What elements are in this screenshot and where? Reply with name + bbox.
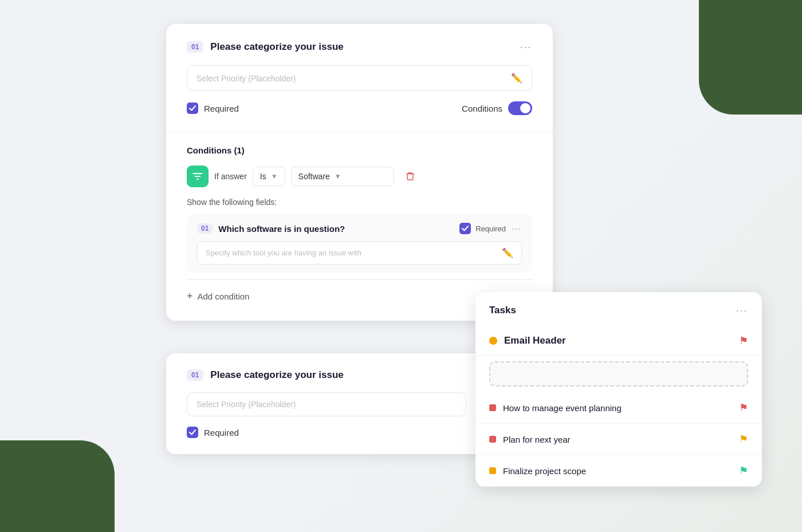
priority-placeholder: Select Priority (Placeholder): [196, 74, 296, 83]
priority-field-input[interactable]: Select Priority (Placeholder) ✏️: [187, 65, 532, 91]
show-fields-label: Show the following fields:: [187, 198, 532, 207]
task-dot-0: [489, 404, 496, 411]
nested-edit-icon[interactable]: ✏️: [502, 247, 513, 258]
nested-required-group: Required: [459, 223, 506, 234]
is-dropdown-value: Is: [260, 172, 266, 181]
tasks-dots-menu[interactable]: ⋯: [736, 304, 748, 317]
toggle-knob: [520, 103, 530, 113]
email-flag-icon: ⚑: [739, 334, 748, 347]
task-dot-2: [489, 467, 496, 474]
filter-icon-btn[interactable]: [187, 165, 209, 187]
preview-required-checkbox[interactable]: [187, 427, 198, 438]
conditions-right: Conditions: [462, 101, 532, 115]
nested-field-dots-menu[interactable]: ⋯: [512, 223, 522, 234]
email-dot: [489, 337, 497, 345]
software-chevron-icon: ▼: [335, 172, 341, 180]
conditions-count-title: Conditions (1): [187, 145, 532, 155]
chevron-down-icon: ▼: [271, 172, 278, 180]
required-checkbox[interactable]: [187, 103, 198, 114]
email-header-title: Email Header: [504, 335, 732, 346]
task-flag-0: ⚑: [739, 401, 748, 414]
tasks-title: Tasks: [489, 305, 516, 316]
nested-field: 01 Which software is in question? Requir…: [187, 215, 532, 273]
nested-step-badge: 01: [197, 223, 213, 234]
is-dropdown[interactable]: Is ▼: [253, 167, 285, 186]
task-item-0[interactable]: How to manage event planning ⚑: [475, 392, 762, 424]
task-item-1[interactable]: Plan for next year ⚑: [475, 424, 762, 455]
preview-placeholder: Select Priority (Placeholder): [196, 400, 296, 409]
drop-zone: [489, 361, 748, 387]
section-1-dots-menu[interactable]: ⋯: [520, 40, 532, 54]
software-dropdown[interactable]: Software ▼: [291, 167, 394, 186]
form-card-main: 01 Please categorize your issue ⋯ Select…: [166, 24, 553, 321]
form-card-preview: 01 Please categorize your issue Select P…: [166, 353, 487, 454]
if-answer-label: If answer: [214, 172, 247, 181]
preview-title-group: 01 Please categorize your issue: [187, 369, 344, 381]
task-item-2[interactable]: Finalize project scope ⚑: [475, 455, 762, 487]
section-1-header: 01 Please categorize your issue ⋯: [187, 40, 532, 54]
email-header-row: Email Header ⚑: [475, 326, 762, 356]
edit-icon[interactable]: ✏️: [511, 73, 522, 84]
required-left: Required: [187, 103, 239, 114]
condition-row: If answer Is ▼ Software ▼: [187, 165, 532, 187]
task-label-0: How to manage event planning: [503, 403, 732, 413]
nested-field-header: 01 Which software is in question? Requir…: [197, 223, 522, 234]
preview-step-badge: 01: [187, 369, 203, 381]
task-label-1: Plan for next year: [503, 435, 732, 444]
task-flag-1: ⚑: [739, 433, 748, 446]
nested-field-input[interactable]: Specify which tool you are having an iss…: [197, 241, 522, 265]
section-title-group: 01 Please categorize your issue: [187, 41, 344, 53]
required-conditions-row: Required Conditions: [187, 101, 532, 115]
tasks-header: Tasks ⋯: [475, 292, 762, 326]
required-label: Required: [204, 104, 239, 113]
task-flag-2: ⚑: [739, 464, 748, 477]
delete-condition-button[interactable]: [400, 166, 420, 187]
preview-priority-input[interactable]: Select Priority (Placeholder): [187, 392, 466, 416]
section-title-1: Please categorize your issue: [210, 41, 343, 53]
nested-placeholder: Specify which tool you are having an iss…: [206, 249, 361, 257]
preview-section-header: 01 Please categorize your issue: [187, 369, 466, 381]
form-section-1: 01 Please categorize your issue ⋯ Select…: [166, 24, 553, 132]
software-dropdown-value: Software: [298, 172, 330, 181]
preview-required-row: Required: [187, 427, 466, 438]
nested-required-checkbox[interactable]: [459, 223, 471, 234]
divider: [187, 279, 532, 280]
step-badge-1: 01: [187, 41, 203, 53]
nested-field-title: Which software is in question?: [218, 224, 454, 234]
preview-section-title: Please categorize your issue: [210, 369, 343, 381]
tasks-panel: Tasks ⋯ Email Header ⚑ How to manage eve…: [475, 292, 762, 487]
conditions-toggle[interactable]: [508, 101, 532, 115]
nested-required-label: Required: [475, 224, 506, 233]
task-label-2: Finalize project scope: [503, 466, 732, 476]
preview-required-label: Required: [204, 428, 239, 438]
plus-icon: +: [187, 290, 193, 302]
conditions-label: Conditions: [462, 104, 502, 113]
task-dot-1: [489, 436, 496, 443]
add-condition-label: Add condition: [198, 291, 250, 301]
